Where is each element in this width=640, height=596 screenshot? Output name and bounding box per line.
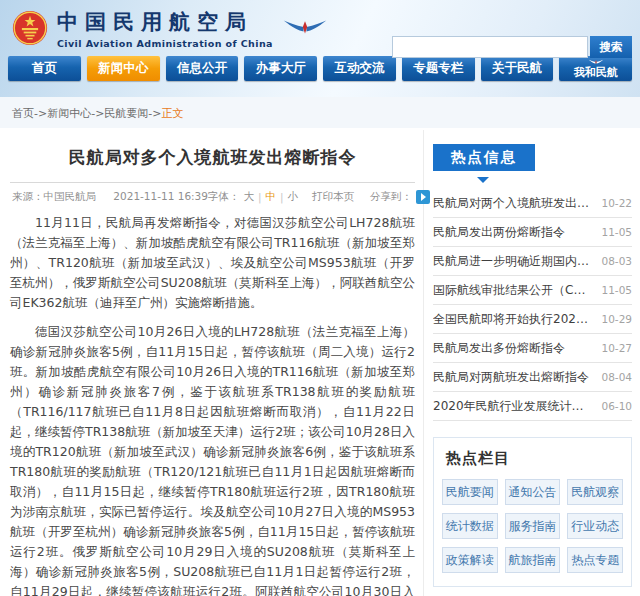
hot-column-link[interactable]: 航旅指南 [505,547,561,573]
news-list-item[interactable]: 民航局发出两份熔断指令 11-05 [433,218,632,247]
breadcrumb-trail[interactable]: 首页->新闻中心->民航要闻-> [12,107,162,120]
font-size-separator: | [258,191,262,203]
nav-item-label: 互动交流 [334,62,384,75]
nav-item-label: 关于民航 [492,62,542,75]
share-label: 分享到： [370,190,412,204]
nav-item-label: 首页 [32,62,57,75]
nav-item[interactable]: 专题专栏 [402,56,475,81]
article-title: 民航局对多个入境航班发出熔断指令 [16,146,409,169]
font-size-separator: | [280,191,284,203]
hot-column-link[interactable]: 通知公告 [505,479,561,505]
nav-item[interactable]: 办事大厅 [244,56,317,81]
nav-item[interactable]: 互动交流 [323,56,396,81]
nav-item-label: 办事大厅 [256,62,306,75]
main-nav: 首页 新闻中心 信息公开 办事大厅 互动交流 [0,56,640,81]
sidebar: 热点信息 民航局对两个入境航班发出熔断指令 10-22 民航局发出两份熔断指令 … [433,130,632,596]
hot-column-link[interactable]: 民航观察 [567,479,623,505]
news-item-title[interactable]: 2020年民航行业发展统计公报 [433,398,593,415]
article-column: 民航局对多个入境航班发出熔断指令 来源：中国民航局 2021-11-11 16:… [10,130,424,596]
news-list-item[interactable]: 全国民航即将开始执行2021/202... 10-29 [433,305,632,334]
nav-item-label: 信息公开 [177,62,227,75]
nav-item-label: 新闻中心 [98,62,148,75]
hot-columns-title: 热点栏目 [446,449,623,468]
site-title-cn: 中国民用航空局 [57,8,273,36]
caac-wings-mini-icon [588,59,604,65]
article-body: 11月11日，民航局再发熔断指令，对德国汉莎航空公司LH728航班（法兰克福至上… [10,213,415,596]
caac-wings-icon [283,18,327,36]
news-item-title[interactable]: 全国民航即将开始执行2021/202... [433,311,593,328]
news-item-title[interactable]: 民航局发出多份熔断指令 [433,340,565,357]
news-item-date: 11-05 [601,284,632,296]
news-item-title[interactable]: 民航局发出两份熔断指令 [433,224,565,241]
news-list-item[interactable]: 民航局对两航班发出熔断指令 08-04 [433,363,632,392]
nav-item[interactable]: 关于民航 [481,56,554,81]
news-list-item[interactable]: 民航局发出多份熔断指令 10-27 [433,334,632,363]
news-item-date: 10-27 [601,342,632,354]
article-paragraph: 11月11日，民航局再发熔断指令，对德国汉莎航空公司LH728航班（法兰克福至上… [10,213,415,313]
nav-item[interactable]: 新闻中心 [87,56,160,81]
news-list-item[interactable]: 民航局对两个入境航班发出熔断指令 10-22 [433,189,632,218]
hot-column-link[interactable]: 服务指南 [505,513,561,539]
news-item-date: 06-10 [601,400,632,412]
news-item-title[interactable]: 国际航线审批结果公开（C202101... [433,282,593,299]
search-input[interactable] [392,36,588,58]
font-size-option[interactable]: 大 [243,190,254,204]
site-title-en: Civil Aviation Administration of China [57,38,273,49]
article-datetime: 2021-11-11 16:39 [113,190,208,202]
hot-column-link[interactable]: 民航要闻 [442,479,498,505]
national-emblem-icon [12,10,48,46]
news-item-date: 10-22 [601,197,632,209]
news-item-title[interactable]: 民航局进一步明确近期国内机票免费退票... [433,253,593,270]
breadcrumb: 首页->新闻中心->民航要闻->正文 [0,97,640,128]
share-icon[interactable] [416,190,430,204]
font-size-option[interactable]: 中 [266,190,277,204]
article-meta-row: 来源：中国民航局 2021-11-11 16:39 字体： 大 | 中 | 小 … [10,182,415,204]
news-item-date: 11-05 [601,226,632,238]
nav-item[interactable]: 我和民航 [559,56,632,81]
hot-info-tab-arrow-icon [477,177,489,183]
breadcrumb-current: 正文 [162,107,184,120]
nav-item-label: 专题专栏 [413,62,463,75]
nav-item[interactable]: 首页 [8,56,81,81]
hot-columns-grid: 民航要闻 通知公告 民航观察 统计数据 服务指南 行业动态 政策解读 航旅指南 … [442,479,623,573]
nav-item[interactable]: 信息公开 [166,56,239,81]
content-area: 民航局对多个入境航班发出熔断指令 来源：中国民航局 2021-11-11 16:… [0,128,640,596]
site-header: 中国民用航空局 Civil Aviation Administration of… [0,0,640,97]
news-item-date: 08-03 [601,255,632,267]
hot-column-link[interactable]: 统计数据 [442,513,498,539]
hot-column-link[interactable]: 行业动态 [567,513,623,539]
news-list-item[interactable]: 民航局进一步明确近期国内机票免费退票... 08-03 [433,247,632,276]
news-list-item[interactable]: 国际航线审批结果公开（C202101... 11-05 [433,276,632,305]
hot-info-tab[interactable]: 热点信息 [433,144,535,171]
hot-column-link[interactable]: 热点专题 [567,547,623,573]
news-item-date: 08-04 [601,371,632,383]
article-meta-left: 来源：中国民航局 2021-11-11 16:39 [12,190,208,204]
article-meta-right: 字体： 大 | 中 | 小 打印本页 分享到： [208,190,430,204]
article-source: 来源：中国民航局 [12,190,96,202]
print-page-link[interactable]: 打印本页 [312,190,354,204]
hot-info-list: 民航局对两个入境航班发出熔断指令 10-22 民航局发出两份熔断指令 11-05… [433,189,632,421]
hot-columns-box: 热点栏目 民航要闻 通知公告 民航观察 统计数据 服务指南 行业动态 政策解读 … [433,437,632,587]
hot-column-link[interactable]: 政策解读 [442,547,498,573]
font-size-option[interactable]: 小 [288,190,299,204]
news-item-title[interactable]: 民航局对两个入境航班发出熔断指令 [433,195,593,212]
search-button[interactable]: 搜索 [590,36,632,58]
brand-text: 中国民用航空局 Civil Aviation Administration of… [57,8,273,49]
article-paragraph: 德国汉莎航空公司10月26日入境的LH728航班（法兰克福至上海）确诊新冠肺炎旅… [10,322,415,596]
news-list-item[interactable]: 2020年民航行业发展统计公报 06-10 [433,392,632,421]
news-item-title[interactable]: 民航局对两航班发出熔断指令 [433,369,589,386]
search-box: 搜索 [392,36,632,58]
font-size-label: 字体： [208,190,240,204]
news-item-date: 10-29 [601,313,632,325]
nav-item-label: 我和民航 [574,67,618,78]
